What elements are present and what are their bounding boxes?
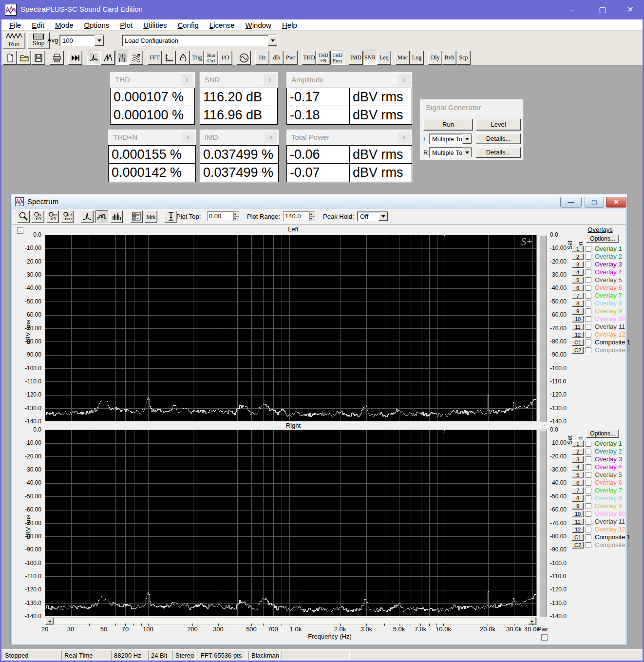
right-details-button[interactable]: Details... <box>476 147 521 158</box>
zoom-out-full-button[interactable]: OUTFULL <box>61 210 74 223</box>
io-device-button[interactable]: I/O <box>218 51 232 65</box>
spectrum-plot[interactable] <box>45 235 537 421</box>
overlay-on-checkbox[interactable] <box>586 495 591 501</box>
process-button[interactable] <box>68 51 82 65</box>
signal-generator-button[interactable] <box>237 51 251 65</box>
leq-button[interactable]: Leq <box>377 51 391 65</box>
maximize-button[interactable]: ▢ <box>592 3 613 17</box>
overlay-on-checkbox[interactable] <box>586 480 591 486</box>
imd-button[interactable]: IMD <box>349 51 363 65</box>
menu-window[interactable]: Window <box>240 21 277 29</box>
run-button[interactable]: Run <box>3 32 25 49</box>
close-icon[interactable]: x <box>398 132 411 143</box>
plot-top-stepper[interactable] <box>233 211 239 221</box>
new-button[interactable] <box>3 51 17 65</box>
menu-help[interactable]: Help <box>277 21 303 29</box>
close-icon[interactable]: x <box>181 74 193 86</box>
left-signal-type-select[interactable]: Multiple Ton <box>429 133 472 144</box>
generator-level-button[interactable]: Level <box>476 119 521 131</box>
reverb-button[interactable]: Rvb <box>442 51 456 65</box>
overlay-on-checkbox[interactable] <box>586 308 591 314</box>
thd-freq-button[interactable]: THDFreq <box>330 51 344 65</box>
menu-license[interactable]: License <box>204 21 240 29</box>
spectrum-view-button[interactable] <box>87 51 101 65</box>
spectrum-close-button[interactable]: ✕ <box>606 197 626 208</box>
macro-button[interactable]: Mac <box>396 51 410 65</box>
marker-button[interactable]: Mrk <box>145 210 157 223</box>
trigger-button[interactable]: Trig <box>190 51 204 65</box>
plot-range-stepper[interactable] <box>309 211 315 221</box>
overlay-set-button[interactable]: 11 <box>572 518 584 525</box>
spectrum-minimize-button[interactable]: — <box>560 197 582 208</box>
units-db-button[interactable]: dB <box>269 51 284 65</box>
overlay-on-checkbox[interactable] <box>586 449 591 454</box>
overlay-on-checkbox[interactable] <box>586 285 591 291</box>
snr-button[interactable]: SNR <box>363 51 377 65</box>
overlay-on-checkbox[interactable] <box>586 511 591 517</box>
menu-plot[interactable]: Plot <box>114 21 138 29</box>
overlay-on-checkbox[interactable] <box>586 277 591 283</box>
calibration-button[interactable] <box>176 51 190 65</box>
overlay-on-checkbox[interactable] <box>586 472 591 478</box>
overlay-set-button[interactable]: 12 <box>572 331 584 338</box>
spectrum-maximize-button[interactable]: ▢ <box>585 197 604 208</box>
overlay-set-button[interactable]: C1 <box>572 534 584 541</box>
overlay-on-checkbox[interactable] <box>586 269 591 275</box>
waveform-view-button[interactable] <box>101 51 115 65</box>
overlay-on-checkbox[interactable] <box>586 246 591 252</box>
plot-range-input[interactable]: 140.0 <box>283 211 309 221</box>
scope-button[interactable]: Scp <box>456 51 471 65</box>
bar-plot-button[interactable] <box>110 210 123 223</box>
overlay-set-button[interactable]: 9 <box>572 308 584 315</box>
delay-button[interactable]: Dly <box>428 51 442 65</box>
overlay-set-button[interactable]: 10 <box>572 511 584 517</box>
chevron-down-icon[interactable] <box>462 148 472 157</box>
close-icon[interactable]: x <box>398 74 411 86</box>
overlay-on-checkbox[interactable] <box>586 456 591 462</box>
spectrum-plot[interactable] <box>45 430 537 616</box>
scale-settings-button[interactable] <box>162 51 176 65</box>
collapse-box[interactable]: - <box>541 634 548 641</box>
overlay-set-button[interactable]: 6 <box>572 284 584 291</box>
surface-view-button[interactable] <box>129 51 143 65</box>
overlay-set-button[interactable]: 7 <box>572 487 584 494</box>
overlay-on-checkbox[interactable] <box>586 534 591 540</box>
horizontal-scrollbar[interactable]: ◄► <box>45 617 537 625</box>
menu-edit[interactable]: Edit <box>26 21 50 29</box>
thd-button[interactable]: THD <box>302 51 316 65</box>
overlay-on-checkbox[interactable] <box>586 503 591 509</box>
chevron-down-icon[interactable] <box>379 212 388 221</box>
minimize-button[interactable]: – <box>561 3 583 17</box>
overlay-on-checkbox[interactable] <box>586 340 591 345</box>
overlay-set-button[interactable]: 4 <box>572 464 584 471</box>
save-button[interactable] <box>31 51 45 65</box>
overlay-set-button[interactable]: 11 <box>572 323 584 330</box>
overlay-on-checkbox[interactable] <box>586 332 591 338</box>
overlay-on-checkbox[interactable] <box>586 293 591 299</box>
overlay-set-button[interactable]: 5 <box>572 472 584 478</box>
scroll-left-arrow[interactable]: ◄ <box>45 618 54 624</box>
overlay-set-button[interactable]: 1 <box>572 440 584 447</box>
amplitude-range-button[interactable] <box>165 210 177 223</box>
thd-n-button[interactable]: THD+N <box>316 51 330 65</box>
zoom-out-2x-button[interactable]: OUT2X <box>46 210 59 223</box>
right-signal-type-select[interactable]: Multiple Ton <box>429 147 472 158</box>
overlay-set-button[interactable]: 7 <box>572 292 584 299</box>
overlay-on-checkbox[interactable] <box>586 301 591 306</box>
close-button[interactable]: ✕ <box>620 3 641 17</box>
menu-mode[interactable]: Mode <box>50 21 79 29</box>
overlay-set-button[interactable]: 2 <box>572 448 584 455</box>
close-icon[interactable]: x <box>264 74 276 86</box>
overlay-set-button[interactable]: 6 <box>572 479 584 486</box>
display-options-button[interactable] <box>130 210 143 223</box>
line-plot-button[interactable] <box>81 210 94 223</box>
overlay-on-checkbox[interactable] <box>586 527 591 532</box>
run-control-button[interactable]: RunCtrl <box>204 51 218 65</box>
logging-button[interactable]: Log <box>410 51 424 65</box>
plot-top-input[interactable]: 0.00 <box>207 211 233 221</box>
overlay-on-checkbox[interactable] <box>586 254 591 260</box>
overlay-on-checkbox[interactable] <box>586 316 591 322</box>
overlay-set-button[interactable]: 5 <box>572 277 584 284</box>
overlay-set-button[interactable]: 1 <box>572 246 584 252</box>
overlay-set-button[interactable]: C1 <box>572 339 584 346</box>
